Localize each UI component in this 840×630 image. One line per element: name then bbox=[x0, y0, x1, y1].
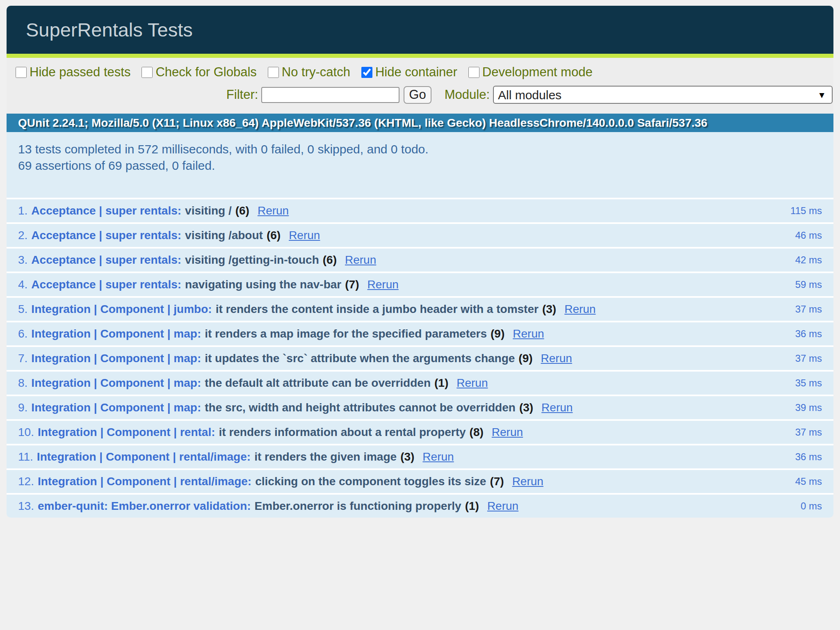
test-module-name: ember-qunit: Ember.onerror validation: bbox=[38, 500, 251, 512]
pass-status-banner bbox=[7, 54, 833, 58]
test-number: 9. bbox=[18, 401, 27, 414]
toolbar-checkbox-label: Hide container bbox=[375, 65, 457, 80]
rerun-link[interactable]: Rerun bbox=[486, 500, 520, 512]
go-button[interactable]: Go bbox=[404, 86, 431, 104]
module-select-wrap: All modules ▼ bbox=[493, 86, 833, 104]
qunit-container: SuperRentals Tests Hide passed tests Che… bbox=[7, 6, 833, 518]
url-config-row: Hide passed tests Check for Globals No t… bbox=[16, 65, 833, 79]
test-row: 10.Integration | Component | rental:it r… bbox=[7, 421, 833, 445]
rerun-link[interactable]: Rerun bbox=[455, 377, 489, 389]
test-runtime: 46 ms bbox=[795, 230, 822, 241]
test-row: 2.Acceptance | super rentals:visiting /a… bbox=[7, 224, 833, 249]
test-module-name: Acceptance | super rentals: bbox=[31, 204, 181, 217]
toolbar-checkbox-option[interactable]: Development mode bbox=[468, 65, 593, 80]
test-runtime: 37 ms bbox=[795, 304, 822, 315]
test-number: 10. bbox=[18, 426, 34, 438]
filter-row: Filter: Go Module: All modules ▼ bbox=[16, 86, 833, 104]
test-name: it renders a map image for the specified… bbox=[205, 327, 487, 340]
toolbar-checkbox-option[interactable]: No try-catch bbox=[268, 65, 350, 80]
toolbar-checkbox-option[interactable]: Check for Globals bbox=[142, 65, 256, 80]
toolbar-checkbox-label: Development mode bbox=[482, 65, 593, 80]
test-module-name: Acceptance | super rentals: bbox=[31, 229, 181, 242]
test-name: it renders information about a rental pr… bbox=[219, 426, 466, 438]
test-module-name: Integration | Component | rental/image: bbox=[37, 450, 251, 463]
rerun-link[interactable]: Rerun bbox=[421, 450, 455, 463]
toolbar-checkbox[interactable] bbox=[468, 67, 479, 78]
test-number: 5. bbox=[18, 303, 27, 315]
rerun-link[interactable]: Rerun bbox=[563, 303, 597, 315]
page-title-link[interactable]: SuperRentals Tests bbox=[26, 19, 193, 41]
assertion-counts: (9) bbox=[491, 327, 504, 340]
test-number: 12. bbox=[18, 475, 34, 488]
test-runtime: 0 ms bbox=[801, 500, 822, 512]
rerun-link[interactable]: Rerun bbox=[511, 327, 546, 340]
test-row: 4.Acceptance | super rentals:navigating … bbox=[7, 273, 833, 298]
test-row: 7.Integration | Component | map:it updat… bbox=[7, 347, 833, 372]
summary-line-assertions: 69 assertions of 69 passed, 0 failed. bbox=[18, 158, 822, 174]
rerun-link[interactable]: Rerun bbox=[343, 253, 378, 266]
assertion-counts: (9) bbox=[518, 352, 532, 365]
toolbar-checkbox[interactable] bbox=[16, 67, 27, 78]
test-row: 1.Acceptance | super rentals:visiting /(… bbox=[7, 199, 833, 224]
test-row: 11.Integration | Component | rental/imag… bbox=[7, 445, 833, 470]
test-list: 1.Acceptance | super rentals:visiting /(… bbox=[7, 199, 833, 518]
test-number: 7. bbox=[18, 352, 27, 365]
toolbar-checkbox-option[interactable]: Hide container bbox=[361, 65, 457, 80]
test-module-name: Integration | Component | jumbo: bbox=[31, 303, 212, 315]
toolbar-checkbox-label: Hide passed tests bbox=[30, 65, 130, 80]
assertion-counts: (3) bbox=[542, 303, 556, 315]
test-row: 13.ember-qunit: Ember.onerror validation… bbox=[7, 495, 833, 518]
module-select[interactable]: All modules bbox=[493, 86, 833, 104]
rerun-link[interactable]: Rerun bbox=[490, 426, 525, 438]
user-agent-bar: QUnit 2.24.1; Mozilla/5.0 (X11; Linux x8… bbox=[7, 114, 833, 132]
toolbar-checkbox-label: Check for Globals bbox=[155, 65, 256, 80]
test-row: 6.Integration | Component | map:it rende… bbox=[7, 322, 833, 347]
test-row: 9.Integration | Component | map:the src,… bbox=[7, 396, 833, 421]
test-row: 5.Integration | Component | jumbo:it ren… bbox=[7, 298, 833, 322]
test-number: 3. bbox=[18, 253, 27, 266]
rerun-link[interactable]: Rerun bbox=[366, 278, 400, 291]
toolbar-checkbox[interactable] bbox=[268, 67, 279, 78]
test-row: 12.Integration | Component | rental/imag… bbox=[7, 470, 833, 495]
assertion-counts: (8) bbox=[470, 426, 484, 438]
test-runtime: 42 ms bbox=[795, 254, 822, 266]
test-runtime: 37 ms bbox=[795, 353, 822, 364]
page-header: SuperRentals Tests bbox=[7, 6, 833, 54]
test-module-name: Integration | Component | map: bbox=[31, 327, 201, 340]
rerun-link[interactable]: Rerun bbox=[256, 204, 290, 217]
test-name: visiting /about bbox=[185, 229, 263, 242]
test-runtime: 45 ms bbox=[795, 476, 822, 487]
test-module-name: Acceptance | super rentals: bbox=[31, 278, 181, 291]
test-module-name: Acceptance | super rentals: bbox=[31, 253, 181, 266]
test-number: 4. bbox=[18, 278, 27, 291]
rerun-link[interactable]: Rerun bbox=[511, 475, 545, 488]
test-name: the src, width and height attributes can… bbox=[205, 401, 516, 414]
rerun-link[interactable]: Rerun bbox=[540, 401, 574, 414]
filter-label: Filter: bbox=[226, 87, 258, 102]
toolbar-checkbox[interactable] bbox=[142, 67, 153, 78]
test-runtime: 35 ms bbox=[795, 377, 822, 389]
rerun-link[interactable]: Rerun bbox=[287, 229, 322, 242]
test-module-name: Integration | Component | map: bbox=[31, 352, 201, 365]
testrunner-toolbar: Hide passed tests Check for Globals No t… bbox=[7, 58, 833, 114]
assertion-counts: (7) bbox=[490, 475, 504, 488]
assertion-counts: (3) bbox=[519, 401, 533, 414]
toolbar-checkbox-option[interactable]: Hide passed tests bbox=[16, 65, 130, 80]
toolbar-checkbox-label: No try-catch bbox=[282, 65, 350, 80]
assertion-counts: (6) bbox=[267, 229, 281, 242]
filter-input[interactable] bbox=[261, 87, 399, 103]
test-name: navigating using the nav-bar bbox=[185, 278, 341, 291]
module-group: Module: All modules ▼ bbox=[445, 86, 833, 104]
test-name: Ember.onerror is functioning properly bbox=[255, 500, 461, 512]
test-module-name: Integration | Component | map: bbox=[31, 377, 201, 389]
test-row: 3.Acceptance | super rentals:visiting /g… bbox=[7, 249, 833, 273]
assertion-counts: (6) bbox=[323, 253, 337, 266]
assertion-counts: (3) bbox=[400, 450, 414, 463]
test-number: 8. bbox=[18, 377, 27, 389]
test-number: 2. bbox=[18, 229, 27, 242]
toolbar-checkbox[interactable] bbox=[361, 67, 372, 78]
assertion-counts: (1) bbox=[434, 377, 448, 389]
test-module-name: Integration | Component | rental: bbox=[38, 426, 215, 438]
test-number: 13. bbox=[18, 500, 34, 512]
rerun-link[interactable]: Rerun bbox=[539, 352, 574, 365]
